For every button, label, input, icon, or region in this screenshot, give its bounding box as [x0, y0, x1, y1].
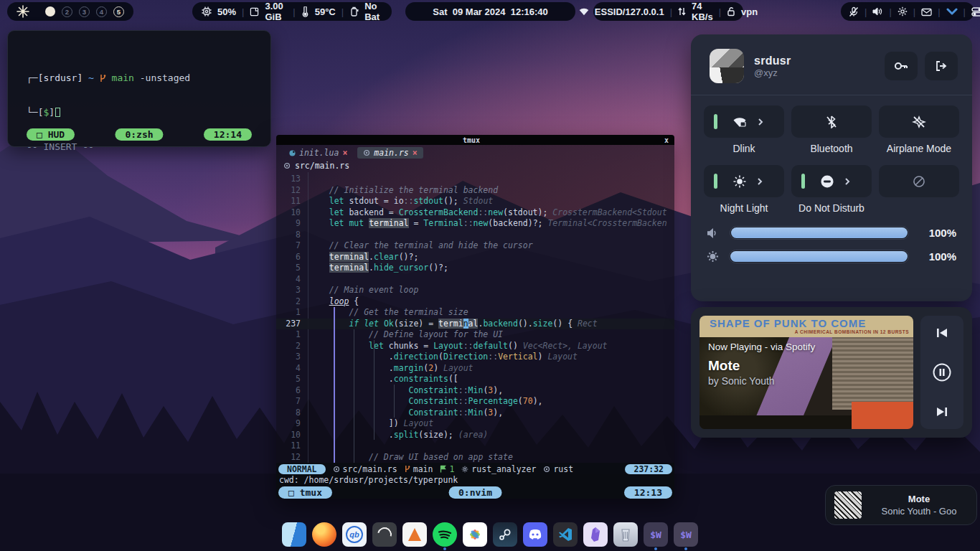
workspace-2[interactable]: 2 [62, 6, 72, 17]
vi-mode-indicator: -- INSERT -- [27, 141, 252, 153]
dock-qbittorrent[interactable]: qb [342, 522, 367, 547]
dock-file-manager[interactable] [282, 522, 306, 547]
tmux-statusbar-hud: □ HUD 0:zsh 12:14 [8, 128, 270, 141]
volume-icon[interactable] [872, 6, 883, 17]
code-editor[interactable]: 1312 // Initialize the terminal backend1… [276, 172, 674, 463]
steam-icon [493, 522, 517, 547]
code-line: 1 // Define layout for the UI [276, 329, 674, 341]
chevron-right-icon[interactable] [758, 118, 763, 126]
previous-track-button[interactable] [935, 327, 949, 339]
dock-firefox[interactable] [312, 522, 336, 547]
settings-gear-icon[interactable] [897, 6, 908, 17]
vscode-icon [553, 522, 578, 547]
code-line: 2 loop { [276, 296, 674, 308]
rust-icon [333, 466, 340, 473]
window-close-button[interactable]: x [664, 136, 669, 144]
quick-toggles: Dlink Bluetooth Airplane [691, 105, 972, 222]
dock-trash[interactable] [613, 522, 638, 547]
topbar-network-module: ESSID/127.0.0.1 | 74 KB/s | vpn [593, 2, 743, 21]
chevron-down-icon[interactable] [946, 7, 958, 16]
user-handle: @xyz [754, 67, 791, 78]
dock-obsidian[interactable] [583, 522, 608, 547]
dock-photos[interactable] [463, 522, 487, 547]
bufferline: init.lua × main.rs × [276, 145, 674, 159]
tab-main-rs[interactable]: main.rs × [357, 147, 423, 159]
topbar-clock-module: Sat 09 Mar 2024 12:16:40 [405, 2, 575, 21]
active-indicator [801, 174, 805, 189]
dock-steam[interactable] [493, 522, 517, 547]
code-line: 9 let mut terminal = Terminal::new(backe… [276, 218, 674, 230]
chevron-right-icon[interactable] [844, 177, 850, 186]
dock-discord[interactable] [523, 522, 547, 547]
toggle-label: Do Not Disturb [798, 202, 864, 215]
dock-streamwidget-1[interactable]: $W [644, 522, 668, 547]
tab-close-icon[interactable]: × [342, 148, 347, 158]
wifi-toggle-button[interactable] [704, 105, 784, 138]
code-line: 4 [276, 274, 674, 286]
tmux-session-pill[interactable]: □ tmux [278, 486, 332, 499]
workspace-4[interactable]: 4 [96, 6, 107, 17]
workspace-3[interactable]: 3 [79, 6, 90, 17]
nightlight-toggle-button[interactable] [704, 165, 784, 197]
album-art: SHAPE OF PUNK TO COME A CHIMERICAL BOMBI… [699, 316, 913, 429]
chevron-right-icon[interactable] [757, 177, 763, 186]
volume-icon [707, 227, 720, 239]
indent-guide [374, 340, 374, 440]
tmux-window-pill[interactable]: 0:nvim [448, 486, 502, 499]
tab-init-lua[interactable]: init.lua × [283, 147, 353, 159]
workspace-5[interactable]: 5 [113, 6, 124, 17]
launcher-star-icon[interactable] [17, 5, 29, 18]
code-line: 8 Constraint::Min(3), [276, 408, 674, 419]
obsidian-icon [583, 522, 608, 547]
dock-vlc[interactable] [402, 522, 427, 547]
bluetooth-toggle-button[interactable] [791, 105, 872, 138]
mic-muted-icon[interactable] [849, 6, 859, 17]
git-branch-icon [405, 465, 410, 473]
tmux-clock-pill: 12:13 [624, 486, 672, 499]
album-art-title: SHAPE OF PUNK TO COME [710, 317, 913, 329]
code-line: 6 Constraint::Min(3), [276, 385, 674, 397]
tmux-window-pill[interactable]: 0:zsh [115, 128, 163, 141]
statusline-file: src/main.rs [333, 464, 397, 474]
control-center-panel: srdusr @xyz [691, 34, 972, 301]
lock-keys-button[interactable] [885, 52, 918, 80]
now-playing-header: Now Playing - via Spotify [708, 342, 815, 352]
essid-value[interactable]: ESSID/127.0.0.1 [595, 6, 664, 17]
wifi-icon[interactable] [579, 7, 589, 16]
lua-icon [289, 150, 296, 156]
vpn-label[interactable]: vpn [741, 6, 758, 17]
topbar-workspaces-module: 2345 [7, 2, 133, 21]
volume-value: 100% [919, 227, 956, 239]
next-track-button[interactable] [935, 406, 949, 418]
topbar-tray-module: | | | | | [841, 2, 974, 21]
dock-mpv[interactable] [372, 522, 397, 547]
notification-body: Sonic Youth - Goo [870, 506, 968, 517]
dock-streamwidget-2[interactable]: $W [674, 522, 698, 547]
vlc-icon [402, 522, 427, 547]
volume-slider[interactable] [730, 226, 909, 240]
code-line: 12 // Initialize the terminal backend [276, 185, 674, 197]
tmux-session-pill[interactable]: □ HUD [27, 128, 75, 141]
window-title: tmux [463, 136, 480, 144]
workspace-1[interactable] [45, 6, 55, 17]
indent-guide-scope [334, 307, 335, 463]
brightness-slider[interactable] [729, 250, 909, 263]
code-line: 9 ]) Layout [276, 418, 674, 430]
blocked-toggle-button[interactable] [879, 165, 959, 197]
active-indicator [714, 114, 717, 129]
airplane-toggle-button[interactable] [879, 105, 959, 138]
pause-button[interactable] [933, 363, 951, 382]
logout-button[interactable] [925, 52, 958, 80]
vpn-lock-icon[interactable] [727, 6, 735, 17]
notification-toast[interactable]: Mote Sonic Youth - Goo [825, 485, 977, 525]
memory-icon [250, 7, 259, 17]
memory-value: 3.00 GiB [265, 1, 287, 22]
dock-spotify[interactable] [433, 522, 457, 547]
track-artist: by Sonic Youth [708, 375, 815, 387]
dnd-toggle-button[interactable] [791, 165, 872, 197]
username: srdusr [754, 55, 791, 67]
mail-icon[interactable] [921, 7, 932, 17]
dock-vscode[interactable] [553, 522, 578, 547]
toggles-icon[interactable] [971, 7, 980, 17]
tab-close-icon[interactable]: × [413, 148, 418, 158]
